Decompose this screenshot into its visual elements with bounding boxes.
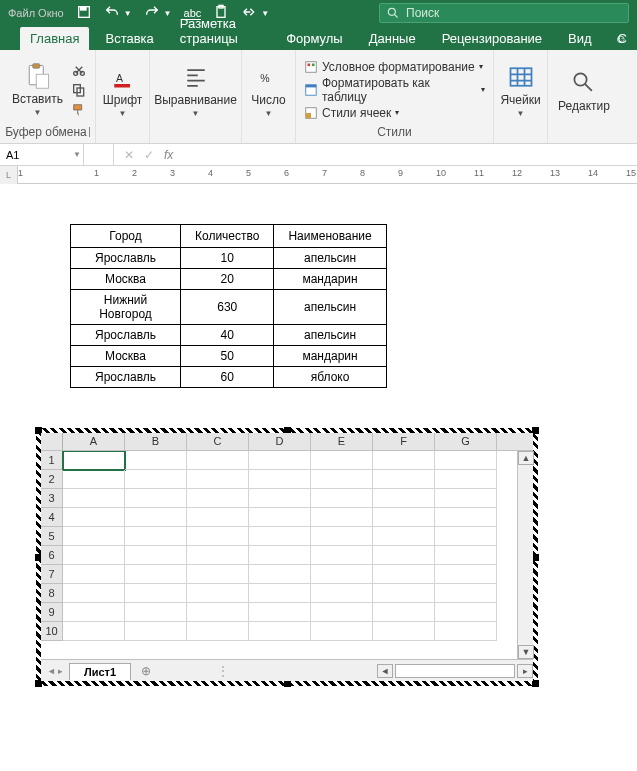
cell[interactable] [373,527,435,546]
row-header[interactable]: 10 [41,622,63,641]
cell[interactable] [311,508,373,527]
cell[interactable] [311,584,373,603]
font-button[interactable]: A Шрифт ▼ [103,61,143,120]
formula-input[interactable] [183,149,637,161]
resize-handle[interactable] [35,680,42,687]
cell[interactable] [63,565,125,584]
cell[interactable] [187,527,249,546]
cell[interactable] [125,622,187,641]
cell[interactable] [63,622,125,641]
cell[interactable] [125,565,187,584]
cell[interactable] [249,546,311,565]
cell[interactable] [435,451,497,470]
tab-formulas[interactable]: Формулы [276,27,353,50]
cell[interactable] [435,565,497,584]
col-header[interactable]: E [311,433,373,450]
cell[interactable] [249,527,311,546]
cell[interactable] [249,584,311,603]
undo-dropdown[interactable]: ▼ [124,9,132,18]
row-header[interactable]: 3 [41,489,63,508]
cell[interactable] [311,527,373,546]
cell-styles[interactable]: Стили ячеек▾ [304,106,485,120]
format-as-table[interactable]: Форматировать как таблицу▾ [304,76,485,104]
alignment-button[interactable]: Выравнивание ▼ [158,61,233,120]
resize-handle[interactable] [532,680,539,687]
tab-nav-first[interactable]: ◄ [47,666,56,676]
cell[interactable] [125,546,187,565]
row-header[interactable]: 9 [41,603,63,622]
horizontal-ruler[interactable]: L 1123456789101112131415 [0,166,637,184]
cell[interactable] [187,451,249,470]
cell[interactable] [187,470,249,489]
resize-handle[interactable] [532,554,539,561]
cell[interactable] [187,584,249,603]
tab-insert[interactable]: Вставка [95,27,163,50]
row-header[interactable]: 7 [41,565,63,584]
tab-review[interactable]: Рецензирование [432,27,552,50]
cell[interactable] [373,584,435,603]
cell[interactable] [187,489,249,508]
cell[interactable] [187,508,249,527]
cell[interactable] [373,546,435,565]
cell[interactable] [311,489,373,508]
cell[interactable] [373,470,435,489]
hscroll-right[interactable]: ▸ [517,664,533,678]
cell[interactable] [63,584,125,603]
col-header[interactable]: D [249,433,311,450]
cell[interactable] [249,565,311,584]
cell[interactable] [311,603,373,622]
cell[interactable] [249,603,311,622]
row-header[interactable]: 8 [41,584,63,603]
vertical-scrollbar[interactable]: ▲▼ [517,451,533,659]
cell[interactable] [373,508,435,527]
cell[interactable] [311,470,373,489]
cell[interactable] [63,489,125,508]
cell[interactable] [311,451,373,470]
cell[interactable] [125,603,187,622]
tab-nav-prev[interactable]: ▸ [58,666,63,676]
col-header[interactable]: F [373,433,435,450]
cell[interactable] [125,451,187,470]
cell[interactable] [63,603,125,622]
cell[interactable] [187,622,249,641]
hscroll-left[interactable]: ◄ [377,664,393,678]
row-header[interactable]: 2 [41,470,63,489]
copy-icon[interactable] [71,82,87,98]
cell[interactable] [435,527,497,546]
cut-icon[interactable] [71,62,87,78]
name-box-input[interactable] [6,149,77,161]
paste-button[interactable]: Вставить ▼ [8,60,67,119]
cell[interactable] [435,622,497,641]
cell[interactable] [249,622,311,641]
cell[interactable] [249,451,311,470]
cell[interactable] [249,489,311,508]
cell[interactable] [125,470,187,489]
cells-button[interactable]: Ячейки ▼ [501,61,541,120]
cell[interactable] [311,565,373,584]
cell[interactable] [373,489,435,508]
col-header[interactable]: G [435,433,497,450]
redo-icon[interactable] [144,4,160,23]
cell[interactable] [435,508,497,527]
save-icon[interactable] [76,4,92,23]
cell[interactable] [435,546,497,565]
conditional-formatting[interactable]: Условное форматирование▾ [304,60,485,74]
cell[interactable] [249,508,311,527]
row-header[interactable]: 4 [41,508,63,527]
cell[interactable] [373,565,435,584]
row-header[interactable]: 6 [41,546,63,565]
cell[interactable] [63,546,125,565]
format-painter-icon[interactable] [71,102,87,118]
undo-icon[interactable] [104,4,120,23]
row-header[interactable]: 5 [41,527,63,546]
name-box[interactable]: ▼ [0,144,84,165]
ribbon-right[interactable]: ☺ [609,28,633,50]
name-box-dropdown[interactable]: ▼ [73,150,81,159]
resize-handle[interactable] [532,427,539,434]
search-box[interactable]: Поиск [379,3,629,23]
cell[interactable] [435,603,497,622]
col-header[interactable]: A [63,433,125,450]
embedded-excel-object[interactable]: ABCDEFG 12345678910 ▲▼ ◄ ▸ Лист1 ⊕ ⋮ [36,428,538,686]
cancel-icon[interactable]: ✕ [124,148,134,162]
tab-data[interactable]: Данные [359,27,426,50]
